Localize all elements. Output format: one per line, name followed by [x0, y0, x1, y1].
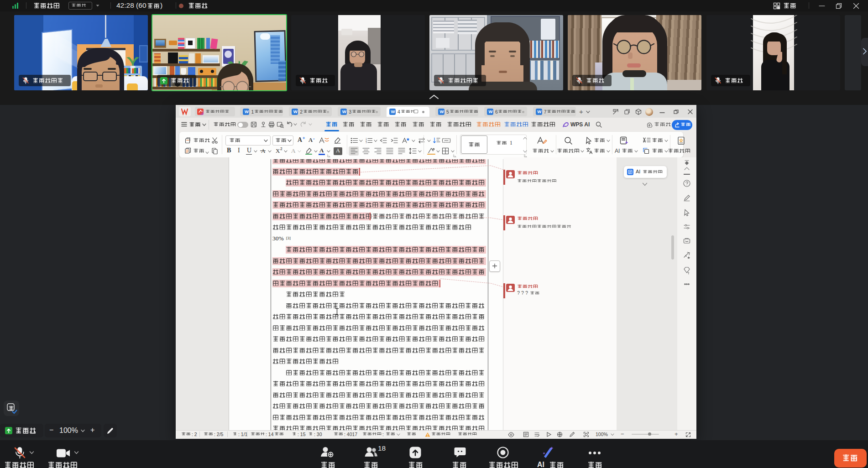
- svg-text:3: 3: [366, 141, 367, 144]
